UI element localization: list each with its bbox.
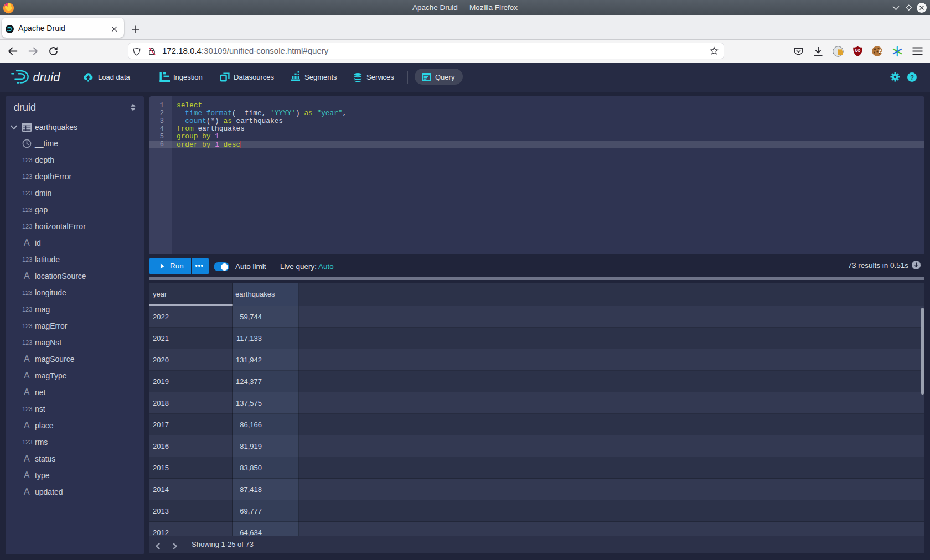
svg-text:druid: druid	[33, 70, 61, 84]
svg-text:UO: UO	[855, 48, 861, 52]
svg-text:?: ?	[910, 74, 914, 81]
